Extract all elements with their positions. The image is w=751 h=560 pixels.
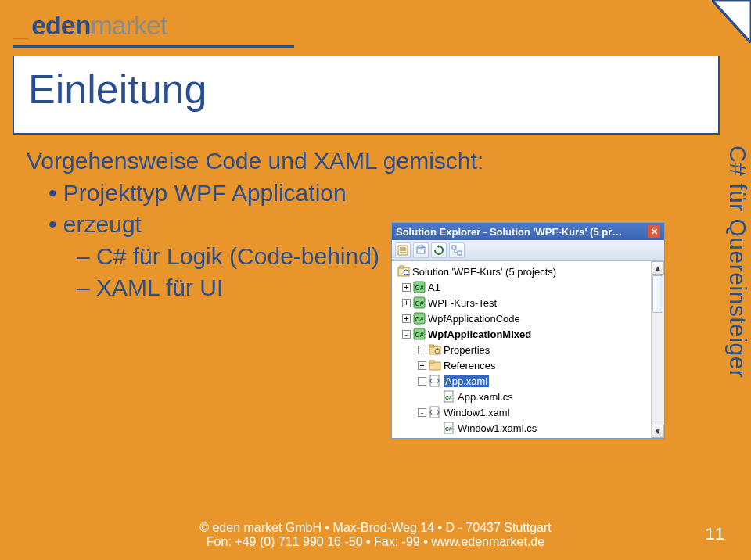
tree-item-label: WpfApplicationCode	[428, 313, 520, 325]
csharp-project-icon: C#	[413, 312, 426, 325]
solution-explorer-title-text: Solution Explorer - Solution 'WPF-Kurs' …	[396, 226, 622, 238]
footer-line1: © eden market GmbH • Max-Brod-Weg 14 • D…	[0, 521, 751, 535]
svg-marker-9	[437, 245, 439, 248]
svg-text:C#: C#	[415, 315, 424, 323]
toolbar-showall-icon[interactable]	[413, 242, 429, 258]
solution-icon	[397, 265, 410, 278]
tree-root-label: Solution 'WPF-Kurs' (5 projects)	[412, 266, 556, 278]
svg-text:C#: C#	[415, 284, 424, 292]
tree-item-label: Window1.xaml.cs	[458, 422, 537, 434]
csharp-project-icon: C#	[413, 328, 426, 340]
expander-icon[interactable]: -	[418, 408, 426, 417]
solution-explorer-toolbar	[392, 240, 664, 261]
tree-item-test[interactable]: + C# WPF-Kurs-Test	[393, 295, 649, 311]
footer: © eden market GmbH • Max-Brod-Weg 14 • D…	[0, 521, 751, 549]
expander-icon[interactable]: +	[402, 314, 411, 323]
logo-dash: _	[13, 9, 28, 43]
svg-text:C#: C#	[445, 395, 452, 400]
tree-item-window1xaml[interactable]: - Window1.xaml	[393, 404, 649, 420]
svg-rect-10	[452, 246, 456, 249]
logo: _ eden market	[13, 8, 720, 41]
scroll-thumb[interactable]	[652, 275, 663, 313]
toolbar-properties-icon[interactable]	[395, 242, 411, 258]
solution-explorer-titlebar[interactable]: Solution Explorer - Solution 'WPF-Kurs' …	[392, 223, 664, 240]
logo-market: market	[91, 10, 167, 41]
cs-file-icon: C#	[443, 390, 455, 403]
svg-rect-35	[430, 407, 439, 418]
logo-bar: _ eden market	[13, 8, 720, 48]
tree-item-window1xamlcs[interactable]: C# Window1.xaml.cs	[393, 420, 649, 436]
toolbar-nest-icon[interactable]	[449, 242, 465, 258]
tree-item-a1[interactable]: + C# A1	[393, 279, 649, 295]
tree-root[interactable]: Solution 'WPF-Kurs' (5 projects)	[393, 264, 649, 279]
tree-item-label: WPF-Kurs-Test	[428, 297, 497, 309]
bullet-projekttyp: Projekttyp WPF Application	[49, 178, 720, 210]
expander-icon[interactable]: -	[418, 377, 426, 386]
tree-item-appxamlcs[interactable]: C# App.xaml.cs	[393, 389, 649, 404]
page-title: Einleitung	[28, 66, 704, 113]
title-box: Einleitung	[13, 56, 720, 135]
folder-icon	[429, 343, 441, 356]
svg-text:C#: C#	[445, 426, 452, 432]
expander-icon[interactable]: +	[418, 361, 426, 370]
svg-rect-27	[429, 345, 434, 347]
logo-eden: eden	[31, 10, 90, 41]
svg-text:C#: C#	[415, 300, 424, 307]
svg-rect-29	[437, 348, 438, 350]
svg-rect-31	[429, 361, 434, 363]
tree-item-label: WpfApplicationMixed	[428, 328, 531, 340]
tree-item-label: Properties	[444, 344, 490, 356]
tree-item-appxaml[interactable]: - App.xaml	[393, 373, 649, 389]
slide: _ eden market Einleitung Vorgehensweise …	[0, 0, 751, 560]
expander-icon[interactable]: -	[402, 330, 411, 339]
references-icon	[429, 359, 441, 372]
footer-line2: Fon: +49 (0) 711 990 16 -50 • Fax: -99 •…	[0, 535, 751, 549]
toolbar-refresh-icon[interactable]	[431, 242, 447, 258]
csharp-project-icon: C#	[413, 296, 426, 309]
scroll-up-icon[interactable]: ▲	[652, 261, 664, 275]
sidebar-title: C# für Quereinsteiger	[724, 145, 751, 378]
tree-item-label: References	[444, 360, 495, 372]
expander-icon[interactable]: +	[418, 346, 426, 354]
close-icon[interactable]: ✕	[648, 225, 660, 238]
tree-item-label: Window1.xaml	[444, 407, 510, 418]
svg-text:C#: C#	[415, 331, 424, 339]
svg-rect-8	[419, 246, 423, 248]
tree: Solution 'WPF-Kurs' (5 projects) + C# A1…	[393, 264, 664, 436]
xaml-file-icon	[429, 406, 441, 418]
tree-item-references[interactable]: + References	[393, 357, 649, 373]
csharp-project-icon: C#	[413, 281, 426, 293]
content-intro: Vorgehensweise Code und XAML gemischt:	[27, 145, 720, 178]
svg-rect-32	[430, 375, 439, 386]
solution-explorer: Solution Explorer - Solution 'WPF-Kurs' …	[391, 222, 665, 439]
expander-icon[interactable]: +	[402, 283, 411, 292]
tree-item-label: A1	[428, 282, 440, 293]
tree-item-appcode[interactable]: + C# WpfApplicationCode	[393, 311, 649, 326]
logo-underline	[13, 45, 294, 48]
tree-item-properties[interactable]: + Properties	[393, 342, 649, 357]
tree-item-label: App.xaml	[444, 375, 489, 387]
expander-icon[interactable]: +	[402, 299, 411, 307]
cs-file-icon: C#	[443, 422, 455, 434]
solution-explorer-body: ▲ ▼ Solution 'WPF-Kurs' (5 projects) + C…	[392, 261, 664, 438]
tree-item-appmixed[interactable]: - C# WpfApplicationMixed	[393, 326, 649, 342]
page-number: 11	[706, 524, 724, 544]
tree-item-label: App.xaml.cs	[458, 391, 513, 403]
svg-rect-15	[400, 266, 404, 268]
svg-rect-11	[458, 251, 462, 255]
scroll-down-icon[interactable]: ▼	[652, 425, 664, 438]
xaml-file-icon	[429, 375, 441, 387]
scrollbar[interactable]: ▲ ▼	[651, 261, 664, 438]
